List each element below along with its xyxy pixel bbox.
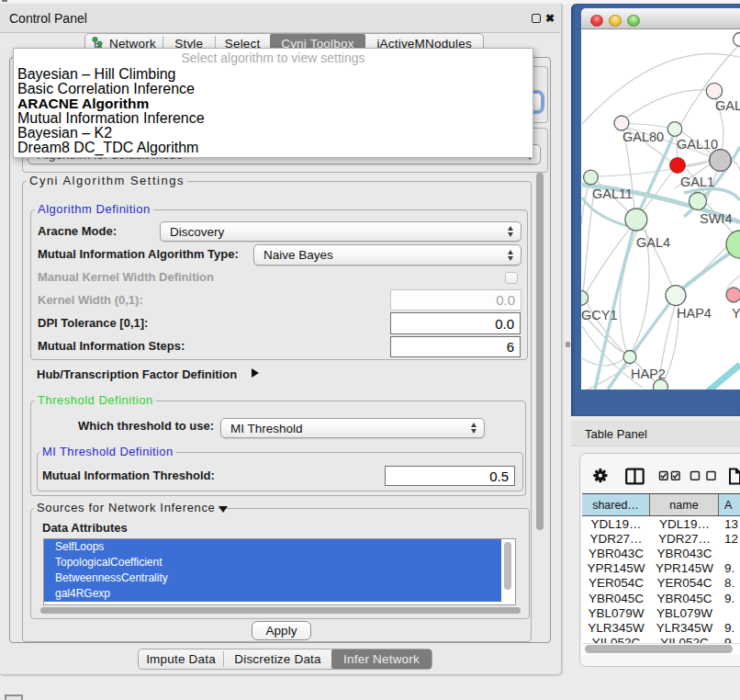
svg-text:GAL: GAL — [715, 98, 740, 113]
svg-text:Y: Y — [732, 306, 740, 321]
svg-text:GAL1: GAL1 — [680, 175, 714, 189]
svg-text:SWI4: SWI4 — [700, 211, 732, 226]
svg-text:HAP4: HAP4 — [677, 306, 712, 321]
svg-text:GAL4: GAL4 — [636, 235, 670, 250]
svg-text:GAL80: GAL80 — [622, 130, 664, 144]
svg-text:GCY1: GCY1 — [581, 308, 618, 322]
svg-text:GAL10: GAL10 — [677, 137, 718, 152]
svg-text:HAP2: HAP2 — [631, 367, 666, 381]
svg-text:GAL11: GAL11 — [592, 186, 633, 201]
